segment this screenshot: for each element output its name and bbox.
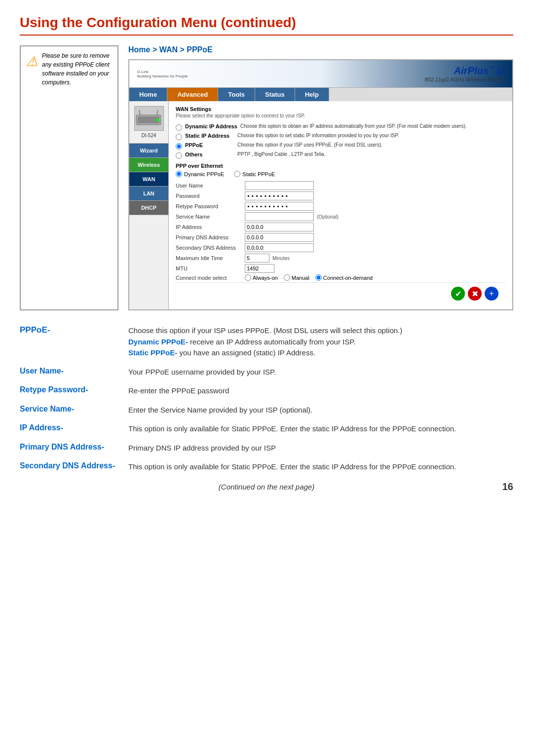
radio-static-ip-input[interactable] [176,134,182,140]
desc-row-secondary-dns: Secondary DNS Address- This option is on… [20,461,513,473]
connect-always-on-radio[interactable] [245,274,251,281]
radio-dynamic-ip: Dynamic IP Address Choose this option to… [176,123,505,131]
tab-tools[interactable]: Tools [218,88,255,101]
device-label: DI-524 [129,101,168,144]
router-model: 802.11g/2.4GHz Wireless Router [425,76,504,82]
desc-def-secondary-dns: This option is only available for Static… [128,461,513,473]
desc-term-username: User Name- [20,367,118,376]
primary-dns-input[interactable] [245,233,314,242]
tab-home[interactable]: Home [129,88,167,101]
idle-time-label: Maximum Idle Time [176,255,245,261]
idle-time-input[interactable] [245,254,269,263]
mtu-input[interactable] [245,264,274,273]
desc-term-retype-password: Retype Password- [20,385,118,394]
pppoe-type-row: Dynamic PPPoE Static PPPoE [176,171,505,177]
connect-opt-on-demand: Connect-on-demand [315,274,373,281]
form-row-primary-dns: Primary DNS Address [176,233,505,242]
notice-box: ⚠ Please be sure to remove any existing … [20,45,118,310]
sidebar-item-wizard[interactable]: Wizard [129,144,168,158]
sidebar-item-lan[interactable]: LAN [129,187,168,201]
router-brand-right: AirPlus™ G 802.11g/2.4GHz Wireless Route… [425,65,504,82]
connect-on-demand-radio[interactable] [315,274,322,281]
ip-address-input[interactable] [245,223,314,231]
desc-def-retype-password: Re-enter the PPPoE password [128,385,513,397]
service-name-label: Service Name [176,214,245,220]
pppoe-static-radio[interactable] [234,171,240,177]
desc-row-primary-dns: Primary DNS Address- Primary DNS IP addr… [20,443,513,454]
wan-settings-subtitle: Please select the appropriate option to … [176,113,505,118]
desc-row-ip-address: IP Address- This option is only availabl… [20,423,513,435]
page-number: 16 [502,481,513,492]
warning-icon: ⚠ [26,51,38,72]
desc-def-primary-dns: Primary DNS IP address provided by our I… [128,443,513,454]
idle-time-hint: Minutes [272,256,290,261]
radio-dynamic-ip-input[interactable] [176,124,182,131]
desc-term-pppoe: PPPoE- [20,325,118,335]
router-header: D-Link Building Networks for People AirP… [129,60,512,88]
device-image [134,106,164,131]
radio-pppoe-input[interactable] [176,143,182,150]
page-title: Using the Configuration Menu (continued) [20,15,513,36]
connect-manual-radio[interactable] [284,274,290,281]
connect-on-demand-label: Connect-on-demand [323,275,373,281]
mtu-label: MTU [176,265,245,271]
svg-rect-1 [138,116,159,123]
connect-always-on-label: Always-on [253,275,278,281]
username-input[interactable] [245,181,314,190]
footer-text: (Continued on the next page) [219,483,314,491]
pppoe-desc-plain: Choose this option if your ISP uses PPPo… [128,326,402,335]
desc-def-service-name: Enter the Service Name provided by your … [128,405,513,416]
sidebar-item-wan[interactable]: WAN [129,172,168,187]
service-name-hint: (Optional) [317,214,339,220]
pppoe-section-title: PPP over Ethernet [176,163,505,169]
password-label: Password [176,193,245,199]
radio-dynamic-ip-desc: Choose this option to obtain an IP addre… [240,123,467,129]
radio-others-desc: PPTP , BigPond Cable , L2TP and Telia. [237,151,325,157]
primary-dns-label: Primary DNS Address [176,234,245,240]
wan-settings-title: WAN Settings [176,106,505,112]
device-name-label: DI-524 [141,133,156,138]
pppoe-static-desc-label: Static PPPoE- [128,348,177,357]
service-name-input[interactable] [245,212,314,221]
pppoe-dynamic-radio[interactable] [176,171,182,177]
form-row-username: User Name [176,181,505,190]
pppoe-dynamic-desc-text: receive an IP Address automatically from… [190,338,355,346]
page-footer: (Continued on the next page) 16 [20,483,513,491]
password-input[interactable] [245,191,314,200]
form-row-mtu: MTU [176,264,505,273]
dlink-logo-text: D-Link [137,70,188,74]
svg-line-3 [139,110,140,115]
form-row-idle-time: Maximum Idle Time Minutes [176,254,505,263]
radio-pppoe: PPPoE Choose this option if your ISP use… [176,142,505,150]
radio-static-ip: Static IP Address Choose this option to … [176,133,505,140]
username-label: User Name [176,183,245,189]
sidebar-item-dhcp[interactable]: DHCP [129,201,168,215]
airplus-logo: AirPlus™ G [425,65,504,76]
secondary-dns-input[interactable] [245,243,314,252]
retype-password-input[interactable] [245,202,314,211]
tab-help[interactable]: Help [295,88,329,101]
router-ui: D-Link Building Networks for People AirP… [128,59,513,310]
form-row-secondary-dns: Secondary DNS Address [176,243,505,252]
save-button[interactable]: ✔ [451,287,465,301]
desc-term-secondary-dns: Secondary DNS Address- [20,461,118,470]
retype-password-label: Retype Password [176,203,245,209]
tab-advanced[interactable]: Advanced [167,88,218,101]
radio-static-ip-desc: Choose this option to set static IP info… [237,133,399,138]
connect-mode-label: Connect mode select [176,275,245,281]
action-buttons: ✔ ✖ + [176,282,505,304]
svg-line-4 [157,110,158,115]
radio-pppoe-label: PPPoE [185,142,234,148]
add-button[interactable]: + [485,287,498,301]
radio-others-label: Others [185,151,234,157]
ip-address-label: IP Address [176,224,245,230]
tab-status[interactable]: Status [255,88,295,101]
radio-others-input[interactable] [176,152,182,159]
sidebar-item-wireless[interactable]: Wireless [129,158,168,172]
desc-def-pppoe: Choose this option if your ISP uses PPPo… [128,325,513,359]
pppoe-static-label: Static PPPoE [242,171,275,177]
cancel-button[interactable]: ✖ [468,287,482,301]
breadcrumb: Home > WAN > PPPoE [128,45,513,54]
form-row-retype-password: Retype Password [176,202,505,211]
dlink-logo: D-Link Building Networks for People [137,70,188,78]
